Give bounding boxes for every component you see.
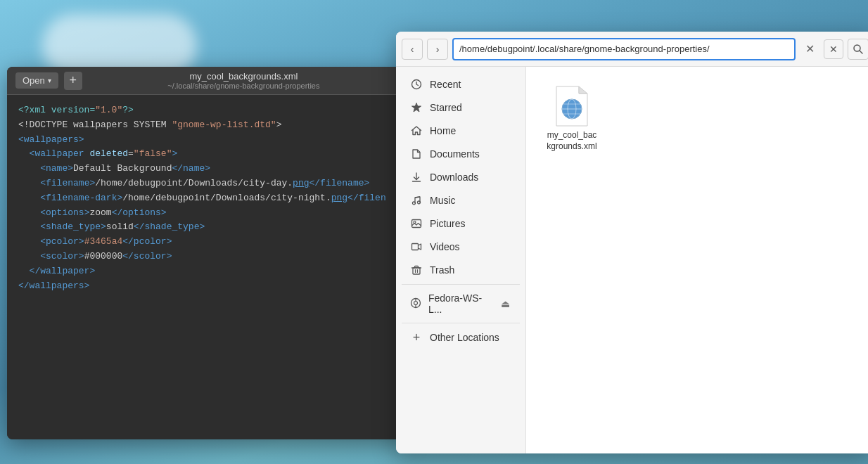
svg-line-1 [860,51,862,53]
sidebar-item-fedora[interactable]: Fedora-WS-L... ⏏ [399,288,523,320]
sidebar-item-other-locations[interactable]: + Other Locations [399,326,523,349]
recent-icon [410,78,423,91]
sidebar-item-recent[interactable]: Recent [399,73,523,96]
fm-body: Recent Starred Home [396,67,868,453]
svg-point-10 [414,221,416,224]
sidebar-other-locations-label: Other Locations [430,332,499,343]
sidebar-starred-label: Starred [430,102,462,113]
code-line-3: <wallpapers> [18,133,397,148]
file-item-name: my_cool_backgrounds.xml [546,130,598,152]
fm-sidebar: Recent Starred Home [396,67,526,453]
sidebar-item-downloads[interactable]: Downloads [399,166,523,188]
svg-marker-3 [412,103,421,112]
editor-new-tab-button[interactable]: + [64,72,82,90]
fm-clear-button[interactable]: ✕ [800,39,819,59]
close-icon: ✕ [829,44,838,55]
svg-point-6 [413,202,416,205]
code-line-8: <options>zoom</options> [18,206,397,221]
clear-icon: ✕ [805,42,815,56]
fm-toolbar: ‹ › ✕ ✕ [396,32,868,67]
file-icon-container [552,86,592,126]
sidebar-recent-label: Recent [430,79,461,90]
editor-titlebar: Open ▾ + my_cool_backgrounds.xml ~/.loca… [7,67,408,95]
code-line-4: <wallpaper deleted="false"> [18,147,397,162]
code-line-12: </wallpaper> [18,264,397,279]
svg-point-7 [418,201,421,204]
sidebar-music-label: Music [430,195,456,206]
eject-icon: ⏏ [501,298,510,309]
search-icon [853,44,864,55]
code-line-5: <name>Default Background</name> [18,162,397,176]
code-line-10: <pcolor>#3465a4</pcolor> [18,235,397,250]
file-grid: my_cool_backgrounds.xml [540,81,860,157]
sidebar-fedora-label: Fedora-WS-L... [428,292,492,315]
fm-close-button[interactable]: ✕ [824,39,843,59]
sidebar-pictures-label: Pictures [430,218,466,229]
sidebar-home-label: Home [430,125,456,136]
svg-line-8 [415,197,420,198]
code-line-6: <filename>/home/debugpoint/Downloads/cit… [18,176,397,191]
sidebar-item-pictures[interactable]: Pictures [399,212,523,235]
sidebar-item-videos[interactable]: Videos [399,236,523,258]
code-line-13: </wallpapers> [18,279,397,294]
documents-icon [410,148,423,160]
forward-icon: › [436,44,440,55]
svg-rect-11 [412,244,419,250]
fm-back-button[interactable]: ‹ [402,39,423,60]
code-line-11: <scolor>#000000</scolor> [18,250,397,264]
sidebar-item-starred[interactable]: Starred [399,96,523,119]
code-line-1: <?xml version="1.0"?> [18,103,397,118]
sidebar-videos-label: Videos [430,241,460,252]
downloads-icon [410,171,423,183]
code-line-7: <filename-dark>/home/debugpoint/Download… [18,191,397,206]
other-locations-icon: + [410,331,423,344]
sidebar-item-home[interactable]: Home [399,120,523,142]
xml-file-icon [554,85,590,127]
videos-icon [410,240,423,253]
sidebar-device-left: Fedora-WS-L... [410,292,492,315]
svg-rect-9 [412,220,421,228]
svg-rect-12 [413,268,420,274]
pictures-icon [410,217,423,230]
fm-main-content: my_cool_backgrounds.xml [526,67,868,453]
fm-address-bar[interactable] [452,38,796,60]
sidebar-divider-2 [402,323,520,323]
editor-path: ~/.local/share/gnome-background-properti… [88,82,400,90]
sidebar-item-trash[interactable]: Trash [399,259,523,281]
open-chevron-icon: ▾ [48,77,51,84]
music-icon [410,194,423,207]
sidebar-downloads-label: Downloads [430,172,478,183]
file-manager-window: ‹ › ✕ ✕ [396,32,868,453]
sidebar-item-music[interactable]: Music [399,189,523,212]
drive-icon [410,297,421,311]
open-label: Open [23,75,45,86]
eject-button[interactable]: ⏏ [499,297,511,311]
sidebar-item-documents[interactable]: Documents [399,143,523,165]
sidebar-documents-label: Documents [430,148,480,160]
fm-search-button[interactable] [848,39,868,60]
editor-filename: my_cool_backgrounds.xml [88,71,400,82]
fm-forward-button[interactable]: › [427,39,448,60]
starred-icon [410,101,423,114]
file-item-xml[interactable]: my_cool_backgrounds.xml [540,81,604,157]
sidebar-trash-label: Trash [430,264,454,276]
svg-point-17 [414,301,418,304]
back-icon: ‹ [411,44,414,55]
code-line-9: <shade_type>solid</shade_type> [18,220,397,235]
editor-open-button[interactable]: Open ▾ [15,72,58,89]
home-icon [410,124,423,137]
sidebar-divider [402,284,520,285]
new-tab-icon: + [70,73,77,88]
editor-window: Open ▾ + my_cool_backgrounds.xml ~/.loca… [7,67,408,439]
code-line-2: <!DOCTYPE wallpapers SYSTEM "gnome-wp-li… [18,118,397,133]
editor-content-area[interactable]: <?xml version="1.0"?> <!DOCTYPE wallpape… [7,95,408,439]
editor-title-area: my_cool_backgrounds.xml ~/.local/share/g… [88,71,400,90]
trash-icon [410,264,423,276]
